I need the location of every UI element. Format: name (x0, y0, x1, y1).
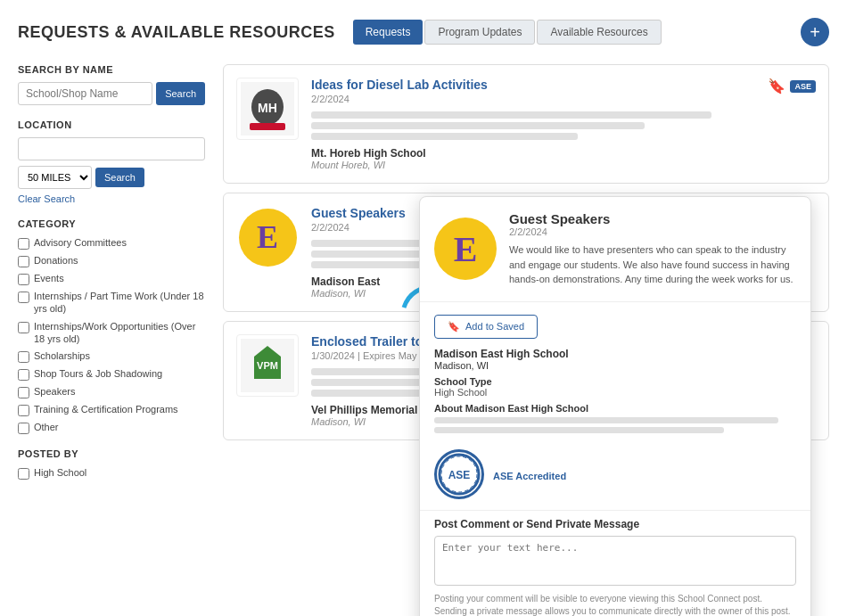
category-speakers-label: Speakers (34, 385, 75, 398)
detail-school-city: Madison, WI (434, 360, 796, 371)
comment-note: Posting your comment will be visible to … (434, 593, 796, 617)
checkbox-internships-under[interactable] (18, 292, 29, 303)
post-date-1: 2/2/2024 (311, 94, 755, 104)
post-school-1: Mt. Horeb High School (311, 147, 755, 160)
checkbox-other[interactable] (18, 423, 29, 434)
e-logo: E (239, 209, 297, 267)
detail-school-type-label: School Type (434, 376, 796, 387)
svg-text:MH: MH (258, 101, 277, 115)
search-input[interactable] (18, 82, 152, 105)
comment-section-title: Post Comment or Send Private Message (434, 518, 796, 530)
category-section: CATEGORY Advisory Committees Donations E… (18, 218, 205, 434)
detail-header-info: Guest Speakers 2/2/2024 We would like to… (509, 211, 796, 287)
category-internships-under: Internships / Part Time Work (Under 18 y… (18, 290, 205, 316)
bookmark-icon-1[interactable]: 🔖 (768, 78, 785, 94)
bookmark-icon-detail: 🔖 (448, 321, 460, 333)
checkbox-training[interactable] (18, 405, 29, 416)
sidebar: SEARCH BY NAME Search LOCATION 53565 50 … (18, 64, 205, 494)
miles-select[interactable]: 50 MILES (18, 166, 92, 189)
detail-about-label: About Madison East High School (434, 403, 796, 414)
category-scholarships: Scholarships (18, 349, 205, 363)
detail-description: We would like to have presenters who can… (509, 242, 796, 287)
search-button[interactable]: Search (156, 82, 205, 105)
location-label: LOCATION (18, 119, 205, 130)
post-logo-1: MH (236, 78, 299, 140)
add-saved-section: 🔖 Add to Saved (420, 302, 810, 344)
comment-section: Post Comment or Send Private Message Pos… (420, 510, 810, 617)
header-tabs: Requests Program Updates Available Resou… (353, 20, 662, 45)
category-label: CATEGORY (18, 218, 205, 229)
checkbox-donations[interactable] (18, 256, 29, 267)
add-to-saved-button[interactable]: 🔖 Add to Saved (434, 315, 538, 339)
post-content-1: Ideas for Diesel Lab Activities 2/2/2024… (311, 78, 755, 170)
category-shop-tours: Shop Tours & Job Shadowing (18, 367, 205, 381)
detail-panel: E Guest Speakers 2/2/2024 We would like … (419, 196, 811, 616)
posted-by-label: POSTED BY (18, 448, 205, 459)
location-search-button[interactable]: Search (95, 168, 144, 187)
tab-program-updates[interactable]: Program Updates (424, 20, 535, 45)
svg-text:VPM: VPM (257, 360, 278, 371)
post-title-1: Ideas for Diesel Lab Activities (311, 78, 755, 92)
search-by-name-label: SEARCH BY NAME (18, 64, 205, 75)
category-donations: Donations (18, 254, 205, 267)
category-shop-tours-label: Shop Tours & Job Shadowing (34, 367, 162, 380)
svg-text:ASE: ASE (448, 469, 471, 481)
category-other: Other (18, 421, 205, 434)
header: REQUESTS & AVAILABLE RESOURCES Requests … (18, 18, 829, 46)
category-advisory-label: Advisory Committees (34, 236, 127, 249)
checkbox-internships-over[interactable] (18, 322, 29, 333)
posted-by-high-school: High School (18, 466, 205, 480)
ase-section: ASE ASE Accredited (420, 446, 810, 503)
detail-school-type-val: High School (434, 387, 796, 398)
post-badge-area-1: 🔖 ASE (768, 78, 816, 94)
location-section: LOCATION 53565 50 MILES Search Clear Sea… (18, 119, 205, 204)
category-events-label: Events (34, 272, 64, 284)
category-internships-over: Internships/Work Opportunities (Over 18 … (18, 320, 205, 346)
detail-date: 2/2/2024 (509, 226, 796, 237)
search-row: Search (18, 82, 205, 105)
detail-logo: E (434, 218, 497, 280)
about-line (434, 417, 778, 423)
tab-requests[interactable]: Requests (353, 20, 424, 45)
checkbox-advisory[interactable] (18, 238, 29, 250)
category-internships-under-label: Internships / Part Time Work (Under 18 y… (34, 290, 205, 316)
detail-school-info: Madison East High School Madison, WI Sch… (420, 344, 810, 437)
post-lines-1 (311, 111, 755, 140)
ase-text: ASE Accredited (493, 471, 566, 481)
post-location-1: Mount Horeb, WI (311, 160, 755, 170)
add-button[interactable]: + (801, 18, 829, 46)
checkbox-events[interactable] (18, 274, 29, 285)
detail-about-lines (434, 417, 796, 433)
post-logo-2: E (236, 206, 299, 268)
comment-textarea[interactable] (434, 536, 796, 586)
checkbox-high-school[interactable] (18, 468, 29, 480)
detail-title: Guest Speakers (509, 211, 796, 226)
checkbox-scholarships[interactable] (18, 351, 29, 363)
post-line (311, 122, 645, 129)
location-input[interactable]: 53565 (18, 137, 205, 160)
category-training: Training & Certification Programs (18, 403, 205, 416)
about-line (434, 427, 724, 433)
category-scholarships-label: Scholarships (34, 349, 90, 362)
post-logo-3: VPM (236, 334, 299, 397)
detail-school-name: Madison East High School (434, 348, 796, 360)
tab-available-resources[interactable]: Available Resources (537, 20, 661, 45)
category-training-label: Training & Certification Programs (34, 403, 178, 415)
ase-badge-1: ASE (790, 80, 816, 93)
category-other-label: Other (34, 421, 59, 433)
posted-by-section: POSTED BY High School (18, 448, 205, 480)
category-events: Events (18, 272, 205, 285)
category-donations-label: Donations (34, 254, 78, 267)
search-by-name-section: SEARCH BY NAME Search (18, 64, 205, 105)
page-title: REQUESTS & AVAILABLE RESOURCES (18, 23, 335, 42)
post-line (311, 111, 711, 119)
post-line (311, 133, 578, 140)
detail-header: E Guest Speakers 2/2/2024 We would like … (420, 197, 810, 302)
main-container: REQUESTS & AVAILABLE RESOURCES Requests … (0, 0, 847, 616)
checkbox-shop-tours[interactable] (18, 369, 29, 381)
checkbox-speakers[interactable] (18, 387, 29, 398)
category-advisory: Advisory Committees (18, 236, 205, 250)
clear-search-link[interactable]: Clear Search (18, 193, 205, 204)
post-card-1[interactable]: MH Ideas for Diesel Lab Activities 2/2/2… (223, 64, 829, 184)
ase-logo: ASE (434, 449, 484, 499)
